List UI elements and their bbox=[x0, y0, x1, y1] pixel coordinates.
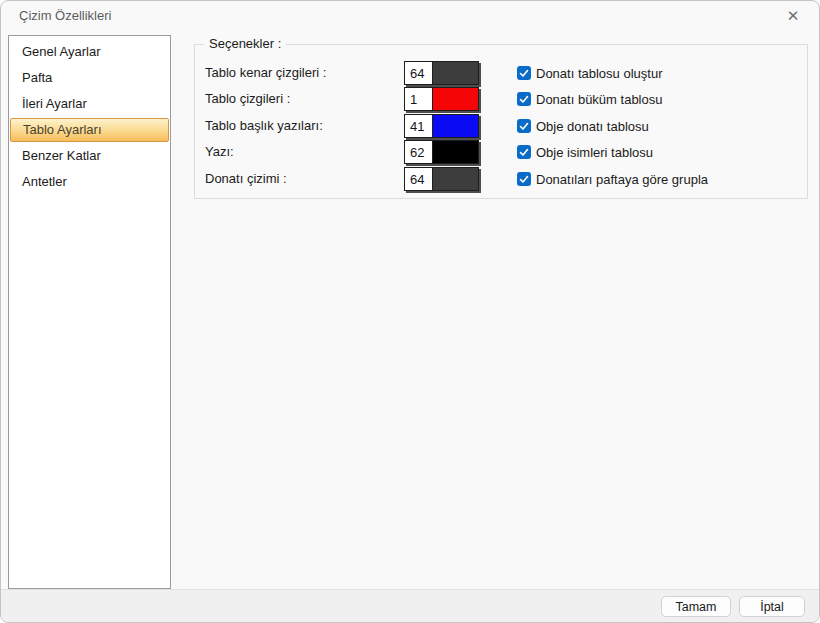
pen-picker-table-border-lines[interactable] bbox=[404, 61, 479, 85]
close-icon: ✕ bbox=[787, 7, 800, 25]
check-icon bbox=[519, 147, 529, 157]
pen-color-swatch[interactable] bbox=[433, 115, 478, 137]
setting-row: Yazı: Obje isimleri tablosu bbox=[195, 140, 807, 164]
pen-color-swatch[interactable] bbox=[433, 141, 478, 163]
checkbox-object-rebar-table[interactable]: Obje donatı tablosu bbox=[517, 114, 649, 138]
drawing-properties-dialog: Çizim Özellikleri ✕ Genel Ayarlar Pafta … bbox=[0, 0, 820, 623]
check-icon bbox=[519, 174, 529, 184]
pen-color-swatch[interactable] bbox=[433, 62, 478, 84]
checkbox-box bbox=[517, 119, 531, 133]
sidebar-item-antetler[interactable]: Antetler bbox=[10, 169, 169, 195]
checkbox-box bbox=[517, 172, 531, 186]
pen-picker-table-lines[interactable] bbox=[404, 87, 479, 111]
pen-number-input[interactable] bbox=[405, 88, 433, 110]
pen-number-input[interactable] bbox=[405, 141, 433, 163]
check-icon bbox=[519, 121, 529, 131]
settings-category-list: Genel Ayarlar Pafta İleri Ayarlar Tablo … bbox=[8, 35, 171, 589]
pen-picker-text[interactable] bbox=[404, 140, 479, 164]
pen-picker-rebar-drawing[interactable] bbox=[404, 167, 479, 191]
checkbox-label: Obje isimleri tablosu bbox=[536, 145, 653, 160]
dialog-footer: Tamam İptal bbox=[1, 589, 819, 622]
setting-label: Yazı: bbox=[205, 140, 234, 164]
ok-button[interactable]: Tamam bbox=[661, 596, 731, 617]
checkbox-label: Donatı büküm tablosu bbox=[536, 92, 662, 107]
setting-label: Tablo başlık yazıları: bbox=[205, 114, 323, 138]
setting-label: Tablo çizgileri : bbox=[205, 87, 290, 111]
sidebar-item-tablo-ayarlari[interactable]: Tablo Ayarları bbox=[10, 118, 169, 142]
sidebar-item-genel-ayarlar[interactable]: Genel Ayarlar bbox=[10, 39, 169, 65]
pen-number-input[interactable] bbox=[405, 168, 433, 190]
setting-label: Donatı çizimi : bbox=[205, 167, 287, 191]
cancel-button[interactable]: İptal bbox=[739, 596, 805, 617]
checkbox-box bbox=[517, 92, 531, 106]
sidebar-item-ileri-ayarlar[interactable]: İleri Ayarlar bbox=[10, 91, 169, 117]
checkbox-create-rebar-table[interactable]: Donatı tablosu oluştur bbox=[517, 61, 662, 85]
checkbox-rebar-bending-table[interactable]: Donatı büküm tablosu bbox=[517, 87, 662, 111]
checkbox-object-names-table[interactable]: Obje isimleri tablosu bbox=[517, 140, 653, 164]
titlebar: Çizim Özellikleri ✕ bbox=[1, 1, 819, 31]
sidebar-item-benzer-katlar[interactable]: Benzer Katlar bbox=[10, 143, 169, 169]
pen-picker-table-header-text[interactable] bbox=[404, 114, 479, 138]
checkbox-box bbox=[517, 66, 531, 80]
pen-color-swatch[interactable] bbox=[433, 88, 478, 110]
checkbox-label: Donatı tablosu oluştur bbox=[536, 66, 662, 81]
checkbox-label: Donatıları paftaya göre grupla bbox=[536, 172, 708, 187]
setting-row: Tablo başlık yazıları: Obje donatı tablo… bbox=[195, 114, 807, 138]
check-icon bbox=[519, 68, 529, 78]
setting-row: Donatı çizimi : Donatıları paftaya göre … bbox=[195, 167, 807, 191]
pen-number-input[interactable] bbox=[405, 115, 433, 137]
pen-number-input[interactable] bbox=[405, 62, 433, 84]
setting-row: Tablo çizgileri : Donatı büküm tablosu bbox=[195, 87, 807, 111]
checkbox-box bbox=[517, 145, 531, 159]
sidebar-item-pafta[interactable]: Pafta bbox=[10, 65, 169, 91]
setting-row: Tablo kenar çizgileri : Donatı tablosu o… bbox=[195, 61, 807, 85]
check-icon bbox=[519, 94, 529, 104]
setting-label: Tablo kenar çizgileri : bbox=[205, 61, 326, 85]
window-title: Çizim Özellikleri bbox=[19, 1, 111, 31]
pen-color-swatch[interactable] bbox=[433, 168, 478, 190]
options-groupbox: Seçenekler : Tablo kenar çizgileri : Don… bbox=[194, 44, 808, 199]
checkbox-label: Obje donatı tablosu bbox=[536, 119, 649, 134]
checkbox-group-rebars-by-sheet[interactable]: Donatıları paftaya göre grupla bbox=[517, 167, 708, 191]
groupbox-title: Seçenekler : bbox=[204, 36, 286, 51]
close-button[interactable]: ✕ bbox=[777, 4, 809, 28]
